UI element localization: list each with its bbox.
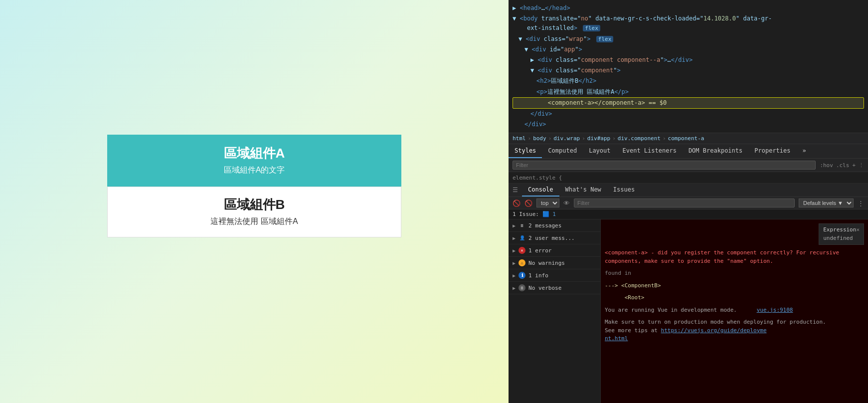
expand-arrow-icon: ▶ bbox=[513, 235, 516, 241]
webpage-preview: 區域組件A 區域組件A的文字 區域組件B 這裡無法使用 區域組件A bbox=[0, 0, 509, 403]
msg-label: 1 error bbox=[528, 247, 596, 254]
expression-close-button[interactable]: ✕ bbox=[856, 226, 860, 234]
devtools-tabs: Styles Computed Layout Event Listeners D… bbox=[509, 144, 868, 159]
console-area: ☰ Console What's New Issues 🚫 🚫 top 👁 De… bbox=[509, 184, 868, 403]
tab-event-listeners[interactable]: Event Listeners bbox=[617, 144, 683, 158]
component-a-box: 區域組件A 區域組件A的文字 bbox=[107, 135, 401, 187]
console-error-message: <component-a> - did you register the com… bbox=[605, 249, 864, 265]
console-messages: Expression ✕ undefined <component-a> - d… bbox=[601, 219, 868, 403]
console-content: ▶ ≡ 2 messages ▶ 👤 2 user mess... ▶ ✕ 1 … bbox=[509, 219, 868, 403]
tab-computed[interactable]: Computed bbox=[542, 144, 583, 158]
msg-label: 2 user mess... bbox=[528, 235, 596, 241]
expression-row: Expression ✕ undefined bbox=[605, 223, 864, 245]
styles-filter-input[interactable] bbox=[513, 161, 816, 170]
console-eye-icon[interactable]: 👁 bbox=[563, 200, 570, 207]
context-selector[interactable]: top bbox=[536, 199, 559, 207]
hov-button[interactable]: :hov bbox=[820, 162, 833, 169]
breadcrumb: html › body › div.wrap › div#app › div.c… bbox=[509, 133, 868, 144]
msg-label: 2 messages bbox=[528, 222, 596, 229]
msg-group-verbose[interactable]: ▶ ≡ No verbose bbox=[509, 282, 600, 294]
messages-icon: ≡ bbox=[519, 222, 525, 229]
warning-icon: ⚠ bbox=[519, 259, 525, 266]
msg-group-all[interactable]: ▶ ≡ 2 messages bbox=[509, 219, 600, 232]
breadcrumb-html[interactable]: html bbox=[513, 135, 526, 142]
component-a-title: 區域組件A bbox=[112, 145, 396, 162]
dom-line: <h2>區域組件B</h2> bbox=[513, 76, 864, 86]
dom-line-selected[interactable]: <component-a></component-a> == $0 bbox=[513, 97, 864, 109]
dom-line: ▼ <div class="wrap"> flex bbox=[513, 34, 864, 44]
log-levels-selector[interactable]: Default levels ▼ bbox=[799, 199, 854, 207]
styles-filter-bar: :hov .cls + ⋮ bbox=[509, 159, 868, 172]
breadcrumb-component-a[interactable]: component-a bbox=[668, 135, 704, 142]
issues-count: 1 Issue: bbox=[513, 211, 542, 217]
console-menu-icon[interactable]: ☰ bbox=[509, 184, 522, 196]
dom-tree: ▶ <head>…</head> ▼ <body translate="no" … bbox=[509, 0, 868, 133]
expression-panel: Expression ✕ undefined bbox=[819, 223, 864, 245]
msg-group-user[interactable]: ▶ 👤 2 user mess... bbox=[509, 232, 600, 244]
console-root-ref: <Root> bbox=[605, 294, 864, 302]
dom-line: ▼ <body translate="no" data-new-gr-c-s-c… bbox=[513, 13, 864, 33]
dom-line: ▼ <div class="component"> bbox=[513, 65, 864, 76]
console-tabs: ☰ Console What's New Issues bbox=[509, 184, 868, 197]
expand-arrow-icon: ▶ bbox=[513, 260, 516, 266]
expand-arrow-icon: ▶ bbox=[513, 223, 516, 228]
breadcrumb-divwrap[interactable]: div.wrap bbox=[553, 135, 580, 142]
msg-label: No verbose bbox=[528, 285, 596, 291]
console-clear-button[interactable]: 🚫 bbox=[513, 200, 521, 207]
console-vue-info: You are running Vue in development mode.… bbox=[605, 306, 864, 315]
expression-label: Expression bbox=[823, 226, 856, 234]
issue-badge[interactable]: 🟦 1 bbox=[542, 211, 556, 217]
dom-line: ▶ <div class="component component--a">…<… bbox=[513, 55, 864, 65]
msg-group-warning[interactable]: ▶ ⚠ No warnings bbox=[509, 257, 600, 269]
deployment-link[interactable]: https://vuejs.org/guide/deployment.html bbox=[605, 327, 767, 342]
console-found-in: found in bbox=[605, 269, 864, 278]
dom-line: ▶ <head>…</head> bbox=[513, 3, 864, 13]
breadcrumb-body[interactable]: body bbox=[533, 135, 546, 142]
expression-value: undefined bbox=[823, 234, 860, 243]
add-style-button[interactable]: + bbox=[852, 162, 856, 169]
component-a-subtitle: 區域組件A的文字 bbox=[112, 165, 396, 176]
issues-bar: 1 Issue: 🟦 1 bbox=[509, 209, 868, 219]
tab-dom-breakpoints[interactable]: DOM Breakpoints bbox=[683, 144, 748, 158]
console-more-button[interactable]: ⋮ bbox=[858, 200, 864, 207]
devtools-panel: ▶ <head>…</head> ▼ <body translate="no" … bbox=[509, 0, 868, 403]
verbose-icon: ≡ bbox=[519, 284, 525, 291]
msg-group-error[interactable]: ▶ ✕ 1 error bbox=[509, 244, 600, 257]
component-b-box: 區域組件B 這裡無法使用 區域組件A bbox=[107, 187, 401, 237]
msg-label: No warnings bbox=[528, 260, 596, 266]
console-toolbar: 🚫 🚫 top 👁 Default levels ▼ ⋮ bbox=[509, 197, 868, 209]
tab-console[interactable]: Console bbox=[522, 184, 559, 197]
dom-line: ▼ <div id="app"> bbox=[513, 44, 864, 55]
tab-whats-new[interactable]: What's New bbox=[559, 184, 607, 197]
tab-issues[interactable]: Issues bbox=[607, 184, 641, 197]
console-component-ref: ---> <ComponentB> bbox=[605, 282, 864, 290]
more-button[interactable]: ⋮ bbox=[859, 162, 864, 169]
dom-line: <p>這裡無法使用 區域組件A</p> bbox=[513, 87, 864, 97]
tab-styles[interactable]: Styles bbox=[509, 144, 542, 158]
console-no-button[interactable]: 🚫 bbox=[524, 200, 532, 207]
breadcrumb-divcomponent[interactable]: div.component bbox=[618, 135, 661, 142]
error-icon: ✕ bbox=[519, 247, 525, 254]
cls-button[interactable]: .cls bbox=[836, 162, 850, 169]
breadcrumb-divapp[interactable]: div#app bbox=[587, 135, 610, 142]
dom-line: </div> bbox=[513, 119, 864, 130]
component-b-title: 區域組件B bbox=[113, 196, 396, 213]
dom-line: </div> bbox=[513, 109, 864, 119]
info-icon: ℹ bbox=[519, 272, 525, 279]
user-messages-icon: 👤 bbox=[519, 234, 525, 241]
tab-properties[interactable]: Properties bbox=[748, 144, 796, 158]
console-vue-tip: Make sure to turn on production mode whe… bbox=[605, 318, 864, 343]
msg-label: 1 info bbox=[528, 272, 596, 279]
expand-arrow-icon: ▶ bbox=[513, 248, 516, 253]
console-filter-input[interactable] bbox=[574, 199, 795, 207]
element-style-section: element.style { bbox=[509, 172, 868, 184]
expand-arrow-icon: ▶ bbox=[513, 273, 516, 278]
vue-js-link[interactable]: vue.js:9108 bbox=[757, 307, 793, 313]
expand-arrow-icon: ▶ bbox=[513, 285, 516, 291]
msg-group-info[interactable]: ▶ ℹ 1 info bbox=[509, 269, 600, 282]
element-style-text: element.style { bbox=[513, 175, 562, 181]
tab-more[interactable]: » bbox=[797, 144, 812, 158]
console-sidebar: ▶ ≡ 2 messages ▶ 👤 2 user mess... ▶ ✕ 1 … bbox=[509, 219, 601, 403]
tab-layout[interactable]: Layout bbox=[583, 144, 616, 158]
component-b-subtitle: 這裡無法使用 區域組件A bbox=[113, 216, 396, 227]
